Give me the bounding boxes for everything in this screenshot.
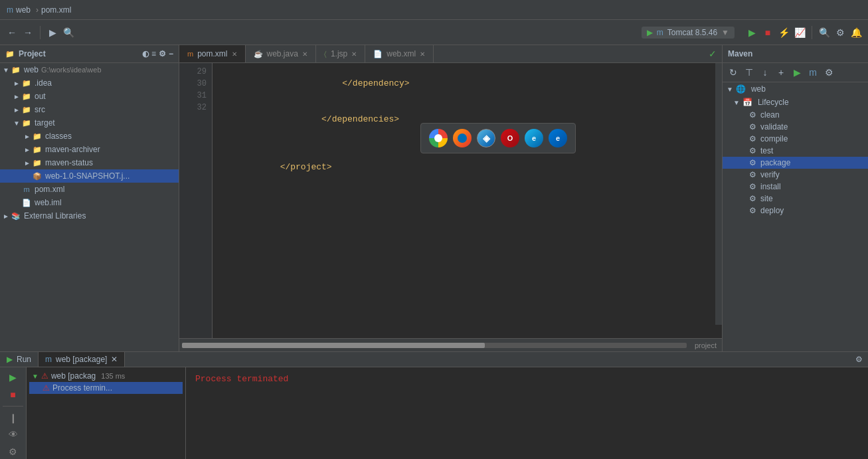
maven-item-compile[interactable]: ⚙ compile (723, 133, 868, 145)
src-folder-icon: 📁 (21, 104, 32, 115)
vertical-scrollbar[interactable] (715, 63, 722, 325)
install-label: install (760, 182, 781, 191)
tab-web-xml[interactable]: 📄 web.xml ✕ (365, 45, 434, 62)
tree-out[interactable]: ► 📁 out (0, 90, 179, 103)
src-arrow: ► (13, 106, 21, 114)
tab-1-jsp[interactable]: 〈 1.jsp ✕ (316, 45, 365, 62)
code-area[interactable]: </dependency> </dependencies> </project> (213, 63, 722, 338)
maven-add-button[interactable]: + (774, 66, 788, 79)
sidebar-scope-icon[interactable]: ◐ (142, 49, 149, 58)
maven-item-deploy[interactable]: ⚙ deploy (723, 205, 868, 217)
run-stop-button[interactable]: ■ (7, 389, 20, 401)
jar-icon: 📦 (32, 171, 43, 181)
webxml-tab-close[interactable]: ✕ (420, 50, 425, 58)
tree-web-iml[interactable]: 📄 web.iml (0, 196, 179, 209)
search-everywhere-button[interactable]: 🔍 (818, 26, 831, 39)
sidebar-gear-icon[interactable]: ⚙ (159, 49, 166, 58)
editor-status-bar: project (179, 338, 722, 351)
tomcat-selector[interactable]: ▶ m Tomcat 8.5.46 ▼ (642, 27, 735, 39)
notifications-button[interactable]: 🔔 (849, 26, 863, 39)
debug-button[interactable]: ■ (761, 26, 774, 39)
firefox-icon[interactable] (453, 129, 472, 147)
ie-icon[interactable]: e (525, 129, 543, 147)
tomcat-label: m (657, 28, 663, 37)
tree-snapshot-jar[interactable]: 📦 web-1.0-SNAPSHOT.j... (0, 169, 179, 183)
run-play-button[interactable]: ▶ (7, 371, 20, 383)
tree-pom-xml[interactable]: m pom.xml (0, 183, 179, 196)
main-layout: 📁 Project ◐ ≡ ⚙ − ▼ 📁 web G:\works\idea\… (0, 45, 868, 459)
bottom-settings-button[interactable]: ⚙ (850, 352, 868, 367)
maven-root-arrow: ▼ (727, 86, 733, 93)
maven-generate-button[interactable]: ⊤ (742, 66, 756, 79)
maven-root-icon: 🌐 (736, 84, 746, 94)
tab-pom-xml[interactable]: m pom.xml ✕ (179, 45, 246, 62)
webxml-tab-icon: 📄 (373, 50, 383, 58)
maven-item-site[interactable]: ⚙ site (723, 193, 868, 205)
settings-button[interactable]: ⚙ (833, 26, 847, 39)
pkg-tab-label: web [package] (56, 355, 107, 364)
tree-maven-status[interactable]: ► 📁 maven-status (0, 156, 179, 169)
validate-label: validate (760, 122, 788, 132)
run-config-button[interactable]: ⚙ (7, 446, 20, 458)
java-tab-icon: ☕ (254, 50, 263, 58)
toolbar: ← → ▶ 🔍 ▶ m Tomcat 8.5.46 ▼ ▶ ■ ⚡ 📈 🔍 ⚙ … (0, 20, 868, 45)
edge-icon[interactable]: e (549, 129, 567, 147)
search-button[interactable]: 🔍 (62, 26, 75, 39)
run-tab[interactable]: ▶ Run (0, 352, 39, 367)
tree-maven-archiver[interactable]: ► 📁 maven-archiver (0, 143, 179, 156)
run-filter-button[interactable]: ❙ (7, 412, 20, 424)
maven-item-package[interactable]: ⚙ package (723, 157, 868, 169)
web-package-tab[interactable]: m web [package] ✕ (39, 352, 125, 367)
run-eye-button[interactable]: 👁 (7, 428, 20, 440)
run-tree-process[interactable]: ⚠ Process termin... (29, 382, 183, 394)
maven-root-web[interactable]: ▼ 🌐 web (723, 82, 868, 96)
maven-item-validate[interactable]: ⚙ validate (723, 121, 868, 133)
tree-classes[interactable]: ► 📁 classes (0, 130, 179, 143)
target-arrow: ▼ (13, 120, 21, 127)
run-time-label: 135 ms (101, 372, 125, 380)
run-tree-web-package[interactable]: ▼ ⚠ web [packag 135 ms (29, 370, 183, 382)
jsp-tab-close[interactable]: ✕ (351, 50, 357, 58)
maven-item-install[interactable]: ⚙ install (723, 181, 868, 193)
chrome-icon[interactable] (429, 129, 448, 147)
nav-back-button[interactable]: ← (5, 26, 19, 39)
pom-tab-close[interactable]: ✕ (232, 50, 237, 58)
run-item-label: web [packag (51, 371, 96, 381)
maven-refresh-button[interactable]: ↻ (727, 66, 740, 79)
horizontal-scrollbar[interactable] (182, 343, 687, 348)
tree-src[interactable]: ► 📁 src (0, 103, 179, 116)
idea-arrow: ► (13, 80, 21, 87)
maven-download-button[interactable]: ↓ (758, 66, 772, 79)
code-indent-30 (280, 114, 321, 124)
maven-settings-button[interactable]: ⚙ (822, 66, 835, 79)
sidebar-layout-icon[interactable]: ≡ (151, 49, 156, 58)
tab-web-java[interactable]: ☕ web.java ✕ (246, 45, 316, 62)
safari-icon[interactable]: ◈ (477, 129, 495, 147)
code-tag-30: </dependencies> (321, 114, 399, 124)
java-tab-close[interactable]: ✕ (302, 50, 307, 58)
lifecycle-icon: 📅 (742, 98, 752, 107)
tree-external-libs[interactable]: ► 📚 External Libraries (0, 209, 179, 223)
opera-icon[interactable]: O (501, 129, 519, 147)
maven-item-verify[interactable]: ⚙ verify (723, 169, 868, 181)
status-arrow: ► (24, 159, 32, 167)
tree-target[interactable]: ▼ 📁 target (0, 116, 179, 130)
pkg-tab-close[interactable]: ✕ (111, 355, 118, 364)
maven-item-clean[interactable]: ⚙ clean (723, 109, 868, 121)
site-gear: ⚙ (749, 194, 756, 203)
maven-run-button[interactable]: ▶ (790, 66, 804, 79)
maven-m-button[interactable]: m (806, 66, 820, 79)
title-web: web (16, 5, 31, 15)
build-button[interactable]: ▶ (46, 26, 59, 39)
nav-forward-button[interactable]: → (21, 26, 35, 39)
run-button[interactable]: ▶ (745, 26, 758, 39)
maven-lifecycle-header[interactable]: ▼ 📅 Lifecycle (723, 96, 868, 109)
tree-root-web[interactable]: ▼ 📁 web G:\works\idea\web (0, 63, 179, 76)
coverage-button[interactable]: ⚡ (777, 26, 790, 39)
profile-button[interactable]: 📈 (793, 26, 806, 39)
maven-item-test[interactable]: ⚙ test (723, 145, 868, 157)
tree-idea[interactable]: ► 📁 .idea (0, 76, 179, 90)
sidebar-minimize-icon[interactable]: − (169, 49, 173, 58)
lifecycle-arrow: ▼ (733, 99, 740, 106)
status-label: maven-status (45, 158, 93, 167)
